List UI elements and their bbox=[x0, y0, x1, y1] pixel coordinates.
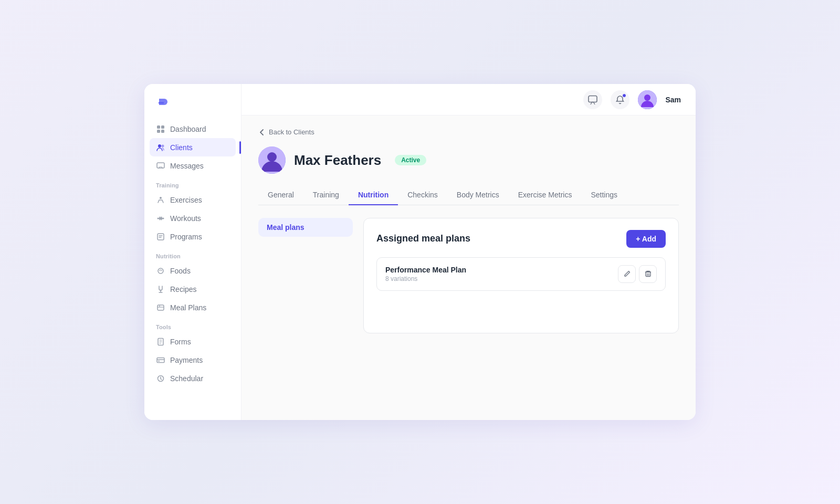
add-meal-plan-button[interactable]: + Add bbox=[626, 230, 666, 248]
client-name: Max Feathers bbox=[294, 152, 381, 169]
svg-point-5 bbox=[161, 144, 164, 147]
svg-point-22 bbox=[644, 94, 650, 101]
delete-meal-plan-button[interactable] bbox=[639, 265, 657, 283]
nutrition-section-label: Nutrition bbox=[150, 246, 236, 261]
messages-icon bbox=[156, 161, 165, 170]
messages-button[interactable] bbox=[583, 90, 602, 109]
svg-rect-18 bbox=[158, 361, 160, 362]
client-avatar-image bbox=[258, 146, 286, 174]
sidebar-item-dashboard[interactable]: Dashboard bbox=[150, 120, 236, 138]
app-window: Dashboard Clients Messages Training Exer bbox=[144, 84, 696, 420]
meal-plans-icon bbox=[156, 303, 165, 312]
meal-plan-info: Performance Meal Plan 8 variations bbox=[385, 266, 466, 282]
nutrition-main-title: Assigned meal plans bbox=[376, 233, 470, 244]
foods-icon bbox=[156, 266, 165, 275]
svg-rect-17 bbox=[157, 358, 164, 362]
back-link[interactable]: Back to Clients bbox=[258, 128, 679, 136]
svg-rect-12 bbox=[161, 216, 162, 220]
logo bbox=[144, 84, 241, 120]
sidebar-item-exercises[interactable]: Exercises bbox=[150, 191, 236, 209]
payments-icon bbox=[156, 355, 165, 364]
svg-rect-25 bbox=[646, 272, 650, 277]
nutrition-sidebar: Meal plans bbox=[258, 218, 353, 333]
sidebar-item-recipes[interactable]: Recipes bbox=[150, 280, 236, 298]
sidebar-item-meal-plans[interactable]: Meal Plans bbox=[150, 298, 236, 317]
sidebar-item-messages-label: Messages bbox=[170, 162, 204, 170]
sidebar-item-messages[interactable]: Messages bbox=[150, 156, 236, 175]
nutrition-main-header: Assigned meal plans + Add bbox=[376, 230, 666, 248]
svg-rect-2 bbox=[157, 130, 160, 133]
meal-plan-actions bbox=[618, 265, 657, 283]
svg-rect-10 bbox=[159, 217, 163, 219]
client-status-badge: Active bbox=[395, 155, 426, 165]
sidebar-nav: Dashboard Clients Messages Training Exer bbox=[144, 120, 241, 420]
meal-plan-variations: 8 variations bbox=[385, 275, 466, 282]
clients-icon bbox=[156, 143, 165, 152]
sidebar-item-schedular[interactable]: Schedular bbox=[150, 369, 236, 387]
training-section-label: Training bbox=[150, 175, 236, 191]
sidebar-item-recipes-label: Recipes bbox=[170, 285, 197, 293]
nutrition-main: Assigned meal plans + Add Performance Me… bbox=[363, 218, 679, 333]
pencil-icon bbox=[623, 270, 631, 278]
sidebar-item-meal-plans-label: Meal Plans bbox=[170, 303, 206, 312]
avatar-image bbox=[638, 90, 657, 109]
svg-point-4 bbox=[158, 144, 161, 148]
sidebar-item-clients[interactable]: Clients bbox=[150, 138, 236, 156]
sidebar-item-dashboard-label: Dashboard bbox=[170, 125, 206, 133]
topbar-username: Sam bbox=[665, 96, 681, 104]
sidebar-item-foods-label: Foods bbox=[170, 267, 191, 275]
svg-point-7 bbox=[160, 197, 162, 199]
svg-rect-15 bbox=[158, 305, 164, 310]
tab-nutrition[interactable]: Nutrition bbox=[349, 185, 398, 205]
programs-icon bbox=[156, 232, 165, 241]
topbar: Sam bbox=[242, 84, 696, 116]
svg-rect-1 bbox=[161, 125, 164, 129]
client-avatar bbox=[258, 146, 286, 174]
main-area: Sam Back to Clients Max Feathers Active bbox=[242, 84, 696, 420]
sidebar-item-payments-label: Payments bbox=[170, 356, 203, 364]
sidebar-item-foods[interactable]: Foods bbox=[150, 261, 236, 280]
sidebar-item-forms-label: Forms bbox=[170, 338, 191, 346]
chevron-left-icon bbox=[258, 129, 266, 136]
tab-general[interactable]: General bbox=[258, 185, 303, 205]
nutrition-sidebar-meal-plans[interactable]: Meal plans bbox=[258, 218, 353, 237]
tabs: General Training Nutrition Checkins Body… bbox=[258, 185, 679, 205]
exercises-icon bbox=[156, 195, 165, 204]
svg-rect-13 bbox=[158, 234, 164, 240]
sidebar-item-workouts-label: Workouts bbox=[170, 214, 201, 223]
svg-rect-3 bbox=[161, 130, 164, 133]
meal-plan-row: Performance Meal Plan 8 variations bbox=[376, 257, 666, 291]
svg-point-14 bbox=[158, 268, 163, 274]
svg-rect-20 bbox=[589, 96, 597, 102]
sidebar: Dashboard Clients Messages Training Exer bbox=[144, 84, 242, 420]
dashboard-icon bbox=[156, 124, 165, 133]
recipes-icon bbox=[156, 285, 165, 293]
sidebar-item-exercises-label: Exercises bbox=[170, 196, 202, 204]
trash-icon bbox=[644, 270, 652, 278]
tab-exercise-metrics[interactable]: Exercise Metrics bbox=[509, 185, 582, 205]
sidebar-item-workouts[interactable]: Workouts bbox=[150, 209, 236, 227]
client-header: Max Feathers Active bbox=[258, 146, 679, 174]
sidebar-item-programs-label: Programs bbox=[170, 233, 202, 241]
tab-body-metrics[interactable]: Body Metrics bbox=[447, 185, 509, 205]
chat-icon bbox=[588, 95, 597, 104]
avatar bbox=[638, 90, 657, 109]
meal-plan-title: Performance Meal Plan bbox=[385, 266, 466, 274]
forms-icon bbox=[156, 337, 165, 346]
tools-section-label: Tools bbox=[150, 317, 236, 332]
nutrition-layout: Meal plans Assigned meal plans + Add Per… bbox=[258, 218, 679, 333]
svg-rect-11 bbox=[159, 216, 160, 220]
tab-training[interactable]: Training bbox=[303, 185, 349, 205]
svg-rect-0 bbox=[157, 125, 160, 129]
tab-settings[interactable]: Settings bbox=[581, 185, 627, 205]
sidebar-item-forms[interactable]: Forms bbox=[150, 332, 236, 351]
sidebar-item-payments[interactable]: Payments bbox=[150, 351, 236, 369]
content: Back to Clients Max Feathers Active Gene… bbox=[242, 116, 696, 420]
sidebar-item-programs[interactable]: Programs bbox=[150, 227, 236, 246]
sidebar-item-schedular-label: Schedular bbox=[170, 374, 203, 383]
tab-checkins[interactable]: Checkins bbox=[398, 185, 447, 205]
workouts-icon bbox=[156, 214, 165, 223]
edit-meal-plan-button[interactable] bbox=[618, 265, 636, 283]
notifications-button[interactable] bbox=[611, 90, 629, 109]
schedular-icon bbox=[156, 374, 165, 383]
